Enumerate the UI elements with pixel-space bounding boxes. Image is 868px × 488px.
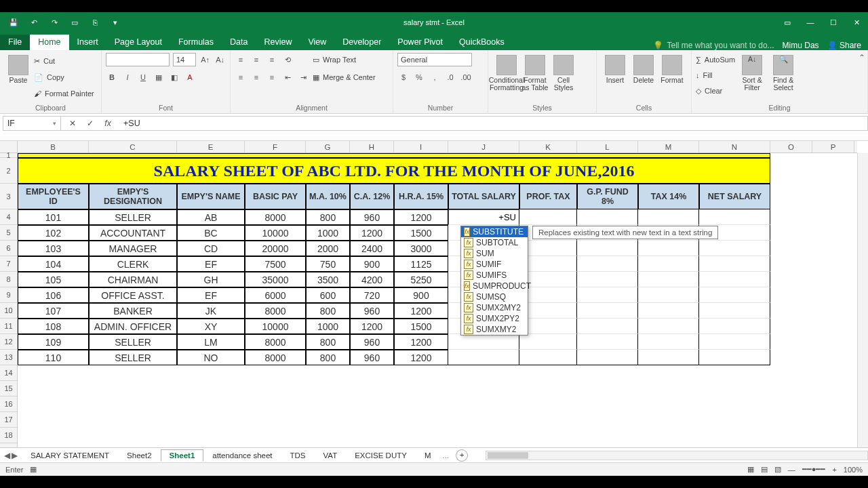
sheet-tab[interactable]: Sheet2 xyxy=(118,449,160,462)
data-cell[interactable]: 105 xyxy=(18,272,89,287)
format-table-button[interactable]: Format as Table xyxy=(521,52,549,92)
ac-item[interactable]: fxSUM xyxy=(461,248,528,259)
data-cell[interactable]: 107 xyxy=(18,303,89,319)
data-cell[interactable] xyxy=(577,287,638,303)
sheet-tab[interactable]: Sheet1 xyxy=(161,449,204,462)
data-cell[interactable] xyxy=(577,209,638,225)
row-header[interactable]: 18 xyxy=(0,428,17,443)
tab-insert[interactable]: Insert xyxy=(69,35,106,50)
fill-button[interactable]: ↓ Fill xyxy=(696,68,735,83)
merge-center-button[interactable]: ▦ Merge & Center xyxy=(313,70,376,85)
ac-item[interactable]: fxSUMX2MY2 xyxy=(461,302,528,313)
col-header[interactable]: H xyxy=(350,141,394,152)
zoom-level[interactable]: 100% xyxy=(844,466,863,474)
data-cell[interactable]: 1500 xyxy=(394,225,448,241)
data-cell[interactable] xyxy=(519,209,577,225)
dec-decimal-icon[interactable]: .00 xyxy=(460,71,472,83)
data-cell[interactable]: 10000 xyxy=(245,225,306,241)
close-icon[interactable]: ✕ xyxy=(845,14,868,30)
data-cell[interactable]: MANAGER xyxy=(89,241,177,256)
data-cell[interactable]: SELLER xyxy=(89,334,177,350)
ac-item[interactable]: fxSUMSQ xyxy=(461,291,528,302)
data-cell[interactable] xyxy=(638,303,699,319)
col-header[interactable]: B xyxy=(18,141,89,152)
col-header[interactable]: E xyxy=(177,141,245,152)
data-cell[interactable]: 1200 xyxy=(394,303,448,319)
data-cell[interactable]: CD xyxy=(177,241,245,256)
data-cell[interactable]: 103 xyxy=(18,241,89,256)
find-select-button[interactable]: 🔍Find & Select xyxy=(769,52,797,98)
data-cell[interactable]: 800 xyxy=(306,334,350,350)
percent-icon[interactable]: % xyxy=(413,71,425,83)
row-header[interactable]: 4 xyxy=(0,209,17,225)
data-cell[interactable]: XY xyxy=(177,319,245,334)
data-cell[interactable]: 960 xyxy=(350,303,394,319)
tab-developer[interactable]: Developer xyxy=(334,35,389,50)
fill-color-button[interactable]: ◧ xyxy=(168,71,180,83)
data-cell[interactable]: CHAIRMAN xyxy=(89,272,177,287)
data-cell[interactable] xyxy=(699,241,770,256)
data-cell[interactable] xyxy=(577,272,638,287)
ac-item[interactable]: fxSUMXMY2 xyxy=(461,324,528,335)
data-cell[interactable] xyxy=(638,287,699,303)
data-cell[interactable] xyxy=(699,272,770,287)
tab-data[interactable]: Data xyxy=(222,35,256,50)
data-cell[interactable] xyxy=(699,287,770,303)
data-cell[interactable] xyxy=(577,350,638,365)
data-cell[interactable]: +SU xyxy=(448,209,519,225)
data-cell[interactable]: 1000 xyxy=(306,225,350,241)
tab-quickbooks[interactable]: QuickBooks xyxy=(451,35,513,50)
data-cell[interactable]: EF xyxy=(177,256,245,272)
data-cell[interactable]: 1200 xyxy=(394,350,448,365)
data-cell[interactable]: 3000 xyxy=(394,241,448,256)
row-header[interactable]: 14 xyxy=(0,365,17,381)
col-header[interactable]: C xyxy=(89,141,177,152)
data-cell[interactable]: 8000 xyxy=(245,334,306,350)
font-name-input[interactable] xyxy=(106,53,170,66)
cond-format-button[interactable]: Conditional Formatting xyxy=(492,52,521,92)
data-cell[interactable]: 8000 xyxy=(245,209,306,225)
tab-formulas[interactable]: Formulas xyxy=(170,35,222,50)
wrap-text-button[interactable]: ▭ Wrap Text xyxy=(313,52,356,67)
data-cell[interactable]: 800 xyxy=(306,303,350,319)
cell[interactable] xyxy=(18,153,770,158)
redo-icon[interactable]: ↷ xyxy=(46,14,62,30)
col-header[interactable]: P xyxy=(812,141,854,152)
data-cell[interactable] xyxy=(699,350,770,365)
fx-icon[interactable]: fx xyxy=(99,117,117,130)
format-cells-button[interactable]: Format xyxy=(658,52,686,84)
data-cell[interactable]: 600 xyxy=(306,287,350,303)
col-header[interactable]: G xyxy=(306,141,350,152)
maximize-icon[interactable]: ☐ xyxy=(822,14,845,30)
row-header[interactable]: 5 xyxy=(0,225,17,241)
ac-item[interactable]: fxSUMPRODUCT xyxy=(461,281,528,291)
user-label[interactable]: Mimu Das xyxy=(783,41,819,50)
sheet-nav-prev-icon[interactable]: ◀ xyxy=(4,451,10,460)
clear-button[interactable]: ◇ Clear xyxy=(696,83,735,98)
align-top-icon[interactable]: ≡ xyxy=(235,54,247,66)
sort-filter-button[interactable]: A↓Sort & Filter xyxy=(738,52,766,98)
data-cell[interactable]: 2400 xyxy=(350,241,394,256)
undo-icon[interactable]: ↶ xyxy=(26,14,42,30)
cancel-formula-icon[interactable]: ✕ xyxy=(64,117,81,130)
minimize-icon[interactable]: — xyxy=(799,14,822,30)
data-cell[interactable]: 1200 xyxy=(394,209,448,225)
delete-cells-button[interactable]: Delete xyxy=(629,52,658,84)
number-format-select[interactable]: General xyxy=(397,53,472,66)
zoom-slider[interactable]: ━━●━━ xyxy=(802,465,826,474)
data-cell[interactable]: BANKER xyxy=(89,303,177,319)
tab-power-pivot[interactable]: Power Pivot xyxy=(389,35,451,50)
data-cell[interactable]: NO xyxy=(177,350,245,365)
sheet-tab[interactable]: M xyxy=(416,449,440,462)
tab-home[interactable]: Home xyxy=(30,35,68,50)
data-cell[interactable] xyxy=(448,350,519,365)
qat-custom-icon[interactable]: ▾ xyxy=(107,14,123,30)
data-cell[interactable]: CLERK xyxy=(89,256,177,272)
name-box[interactable]: IF▾ xyxy=(3,116,61,131)
data-cell[interactable] xyxy=(638,334,699,350)
data-cell[interactable]: 800 xyxy=(306,209,350,225)
data-cell[interactable] xyxy=(699,209,770,225)
data-cell[interactable]: 5250 xyxy=(394,272,448,287)
print-icon[interactable]: ⎘ xyxy=(87,14,103,30)
data-cell[interactable]: 1500 xyxy=(394,319,448,334)
